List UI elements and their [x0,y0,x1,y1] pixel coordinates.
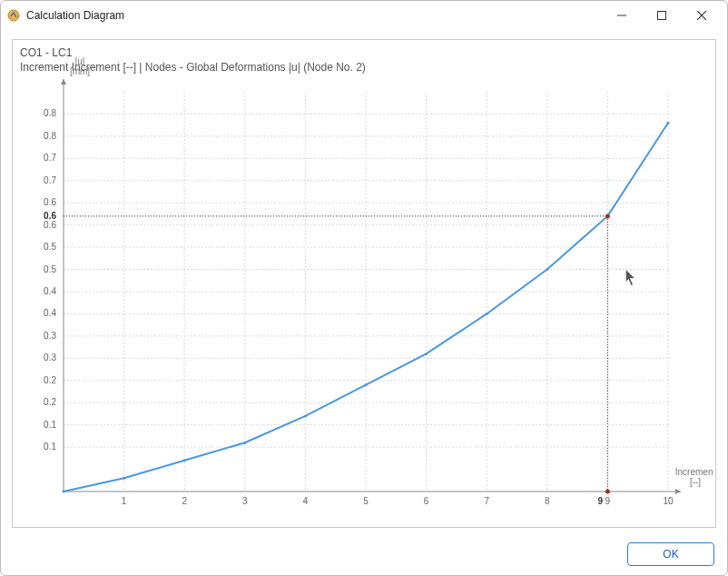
svg-text:7: 7 [484,496,489,506]
svg-text:0.7: 0.7 [44,153,56,163]
svg-point-73 [667,122,670,124]
close-button[interactable] [682,3,722,28]
svg-point-70 [486,313,488,315]
svg-text:6: 6 [424,496,429,506]
svg-text:0.5: 0.5 [44,242,56,252]
ok-button[interactable]: OK [627,542,714,566]
svg-text:0.8: 0.8 [44,108,56,118]
svg-point-68 [365,383,368,386]
svg-text:0.7: 0.7 [44,175,56,185]
svg-point-64 [123,477,125,480]
svg-point-66 [243,442,246,444]
svg-text:9: 9 [598,496,604,506]
chart-frame: CO1 - LC1 Increment Increment [--] | Nod… [12,39,716,528]
svg-point-65 [183,459,186,462]
svg-text:Increment: Increment [675,467,713,477]
svg-text:0.8: 0.8 [44,131,56,141]
svg-point-76 [605,214,610,218]
svg-text:0.1: 0.1 [44,442,56,452]
svg-text:8: 8 [545,496,550,506]
titlebar: Calculation Diagram [1,1,727,30]
svg-text:0.5: 0.5 [44,264,56,274]
dialog-window: Calculation Diagram CO1 - LC1 Increment … [0,0,728,576]
minimize-button[interactable] [602,3,642,28]
dialog-footer: OK [1,533,727,575]
svg-point-63 [63,491,65,493]
svg-text:0.2: 0.2 [44,397,56,407]
svg-text:4: 4 [303,496,309,506]
window-title: Calculation Diagram [26,9,124,22]
svg-text:[--]: [--] [690,477,701,487]
svg-text:1: 1 [122,496,127,506]
svg-text:2: 2 [182,496,187,506]
chart-plot: 123456789100.10.10.20.20.30.30.40.40.50.… [15,42,713,523]
svg-text:0.1: 0.1 [44,420,56,430]
svg-text:0.3: 0.3 [44,353,56,362]
svg-text:10: 10 [663,496,674,506]
svg-text:0.4: 0.4 [44,286,56,296]
svg-point-71 [546,268,548,271]
svg-text:3: 3 [242,496,248,506]
app-icon [6,8,21,23]
svg-point-67 [304,414,307,417]
svg-point-0 [8,10,19,21]
svg-point-69 [425,353,428,355]
svg-text:|u|: |u| [75,56,85,66]
svg-text:[mm]: [mm] [70,66,90,76]
svg-text:0.2: 0.2 [44,375,56,385]
svg-text:5: 5 [363,496,369,506]
maximize-button[interactable] [642,3,682,28]
svg-rect-2 [658,12,666,20]
svg-text:0.6: 0.6 [44,211,56,221]
svg-text:0.3: 0.3 [44,331,56,341]
svg-text:0.4: 0.4 [44,308,56,318]
svg-text:9: 9 [605,496,611,506]
svg-text:0.6: 0.6 [44,197,56,207]
svg-point-77 [605,490,610,494]
content-area: CO1 - LC1 Increment Increment [--] | Nod… [1,30,727,533]
svg-text:0.6: 0.6 [44,220,56,230]
